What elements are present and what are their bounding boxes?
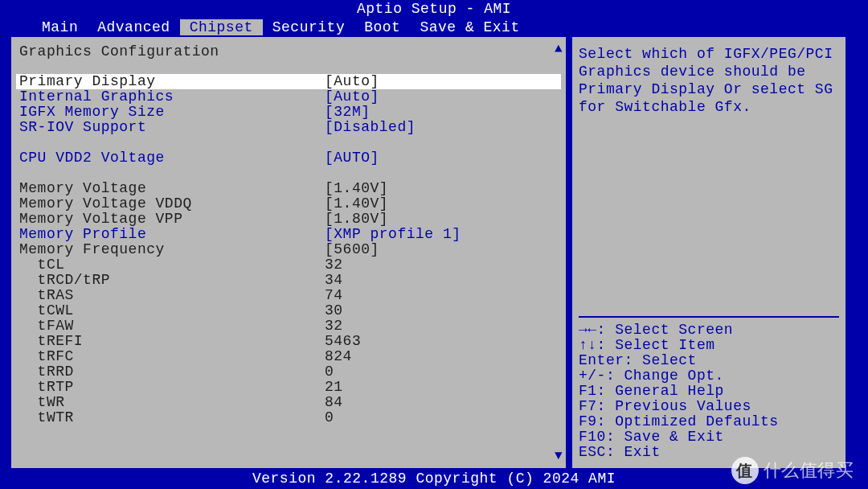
setting-label: tCL — [19, 257, 325, 273]
setting-value: [Disabled] — [325, 120, 561, 135]
key-help: →←: Select Screen↑↓: Select ItemEnter: S… — [579, 316, 839, 460]
setting-row: tRFC824 — [16, 349, 561, 364]
setting-value: 30 — [325, 303, 561, 318]
setting-row[interactable]: IGFX Memory Size[32M] — [16, 105, 561, 120]
setting-row: Memory Voltage VDDQ[1.40V] — [16, 196, 561, 212]
setting-label: Memory Profile — [19, 227, 325, 242]
setting-row: Memory Frequency[5600] — [16, 242, 561, 257]
setting-label: IGFX Memory Size — [19, 105, 325, 120]
setting-value: 32 — [325, 318, 561, 334]
menu-tab-chipset[interactable]: Chipset — [180, 19, 263, 35]
setting-label: tWTR — [19, 410, 325, 425]
key-help-line: +/-: Change Opt. — [579, 368, 839, 384]
setting-row: tRRD0 — [16, 364, 561, 380]
scroll-down-icon[interactable]: ▼ — [555, 449, 563, 463]
setting-row: tCWL30 — [16, 303, 561, 318]
setting-row: tWTR0 — [16, 410, 561, 425]
setting-value: 84 — [325, 395, 561, 410]
setting-value: 824 — [325, 349, 561, 364]
setting-row: tRAS74 — [16, 288, 561, 303]
setting-value: [Auto] — [325, 89, 561, 105]
setting-label: Memory Voltage VPP — [19, 212, 325, 227]
setting-value: 34 — [325, 273, 561, 288]
setting-label: tRRD — [19, 364, 325, 380]
help-text: Select which of IGFX/PEG/PCI Graphics de… — [579, 45, 839, 116]
setting-value: [5600] — [325, 242, 561, 257]
spacer — [16, 135, 561, 150]
main-area: ▲ Graphics Configuration Primary Display… — [0, 37, 868, 468]
key-help-line: F7: Previous Values — [579, 399, 839, 414]
setting-label: SR-IOV Support — [19, 120, 325, 135]
setting-value: [1.40V] — [325, 181, 561, 196]
key-help-line: ↑↓: Select Item — [579, 338, 839, 353]
setting-row[interactable]: CPU VDD2 Voltage[AUTO] — [16, 150, 561, 166]
key-help-line: →←: Select Screen — [579, 323, 839, 338]
setting-value: [XMP profile 1] — [325, 227, 561, 242]
watermark-badge-icon: 值 — [731, 457, 759, 484]
setting-label: tFAW — [19, 318, 325, 334]
setting-label: tWR — [19, 395, 325, 410]
setting-label: tCWL — [19, 303, 325, 318]
setting-row[interactable]: Memory Profile[XMP profile 1] — [16, 227, 561, 242]
setting-label: Memory Voltage VDDQ — [19, 196, 325, 212]
setting-label: CPU VDD2 Voltage — [19, 150, 325, 166]
setting-row: tWR84 — [16, 395, 561, 410]
setting-row: tCL32 — [16, 257, 561, 273]
setting-label: tRFC — [19, 349, 325, 364]
menu-bar: MainAdvancedChipsetSecurityBootSave & Ex… — [0, 18, 868, 37]
setting-value: 5463 — [325, 334, 561, 349]
setting-label: Memory Voltage — [19, 181, 325, 196]
help-panel: Select which of IGFX/PEG/PCI Graphics de… — [572, 37, 845, 468]
setting-value: 32 — [325, 257, 561, 273]
key-help-line: Enter: Select — [579, 353, 839, 368]
setting-value: [Auto] — [325, 74, 561, 89]
setting-row: tRTP21 — [16, 380, 561, 395]
setting-value: 0 — [325, 364, 561, 380]
setting-value: 0 — [325, 410, 561, 425]
menu-tab-save-exit[interactable]: Save & Exit — [410, 19, 529, 35]
setting-value: [AUTO] — [325, 150, 561, 166]
setting-value: [32M] — [325, 105, 561, 120]
setting-value: 21 — [325, 380, 561, 395]
setting-row: tFAW32 — [16, 318, 561, 334]
setting-value: [1.40V] — [325, 196, 561, 212]
setting-value: [1.80V] — [325, 212, 561, 227]
key-help-line: F1: General Help — [579, 384, 839, 399]
watermark: 值 什么值得买 — [731, 457, 854, 484]
setting-label: Memory Frequency — [19, 242, 325, 257]
scroll-up-icon[interactable]: ▲ — [555, 42, 563, 56]
setting-label: Internal Graphics — [19, 89, 325, 105]
setting-row: tRCD/tRP34 — [16, 273, 561, 288]
key-help-line: F10: Save & Exit — [579, 429, 839, 445]
setting-label: tRAS — [19, 288, 325, 303]
menu-tab-boot[interactable]: Boot — [354, 19, 410, 35]
setting-row: Memory Voltage VPP[1.80V] — [16, 212, 561, 227]
settings-panel: ▲ Graphics Configuration Primary Display… — [11, 37, 566, 468]
menu-tab-advanced[interactable]: Advanced — [88, 19, 179, 35]
setting-label: Primary Display — [19, 74, 325, 89]
key-help-line: F9: Optimized Defaults — [579, 414, 839, 429]
spacer — [16, 166, 561, 181]
setting-row: tREFI5463 — [16, 334, 561, 349]
setting-label: tRCD/tRP — [19, 273, 325, 288]
watermark-text: 什么值得买 — [764, 458, 854, 483]
menu-tab-main[interactable]: Main — [32, 19, 88, 35]
bios-title: Aptio Setup - AMI — [0, 0, 868, 18]
setting-row[interactable]: Primary Display[Auto] — [16, 74, 561, 89]
setting-row[interactable]: Internal Graphics[Auto] — [16, 89, 561, 105]
section-title: Graphics Configuration — [16, 43, 561, 60]
menu-tab-security[interactable]: Security — [263, 19, 354, 35]
setting-row: Memory Voltage[1.40V] — [16, 181, 561, 196]
setting-row[interactable]: SR-IOV Support[Disabled] — [16, 120, 561, 135]
setting-value: 74 — [325, 288, 561, 303]
setting-label: tRTP — [19, 380, 325, 395]
setting-label: tREFI — [19, 334, 325, 349]
